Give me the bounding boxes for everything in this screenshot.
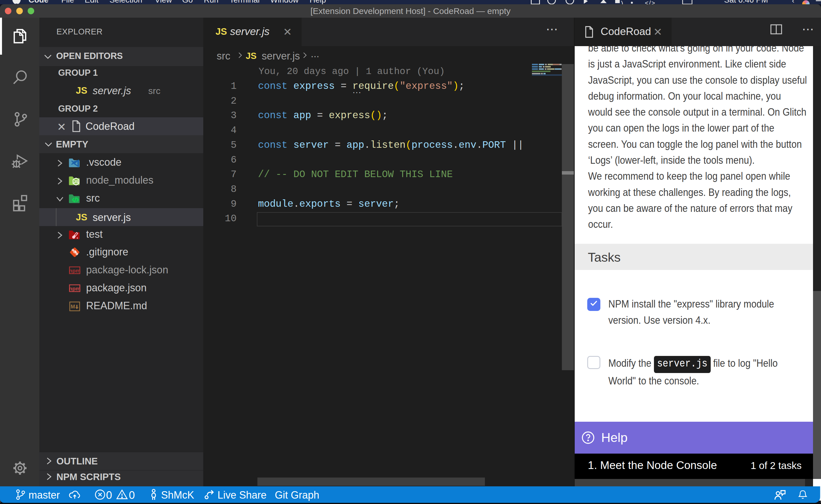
svg-text:npm: npm bbox=[69, 286, 80, 292]
svg-text:M: M bbox=[71, 304, 75, 310]
svg-text:npm: npm bbox=[69, 268, 80, 274]
svg-text:JS: JS bbox=[73, 179, 79, 184]
